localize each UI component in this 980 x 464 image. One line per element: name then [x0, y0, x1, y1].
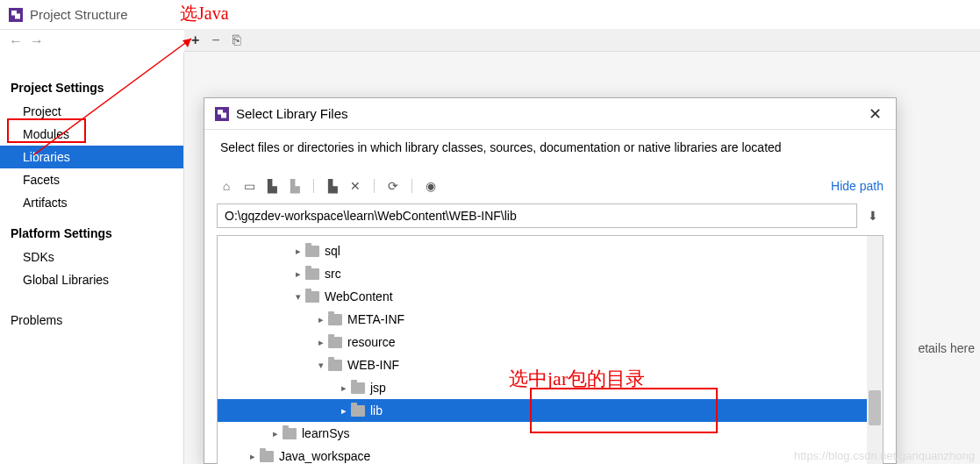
- hide-path-link[interactable]: Hide path: [831, 179, 883, 193]
- annotation-select-java: 选Java: [180, 2, 229, 25]
- folder-icon: [328, 314, 342, 325]
- tree-label: learnSys: [302, 426, 349, 440]
- chevron-icon[interactable]: ▾: [314, 360, 328, 371]
- file-tree: ▸sql▸src▾WebContent▸META-INF▸resource▾WE…: [217, 235, 883, 464]
- folder-icon: [283, 428, 297, 439]
- tree-row[interactable]: ▸learnSys: [218, 422, 883, 445]
- folder-icon: [351, 405, 365, 417]
- section-header-platform: Platform Settings: [0, 221, 183, 246]
- tree-row[interactable]: ▸src: [218, 262, 883, 285]
- scrollbar-thumb[interactable]: [869, 390, 881, 425]
- close-icon[interactable]: ✕: [865, 104, 885, 124]
- dialog-app-icon: [215, 107, 229, 121]
- tree-row[interactable]: ▸lib: [218, 399, 883, 422]
- window-title: Project Structure: [30, 7, 128, 22]
- back-arrow-icon[interactable]: ←: [9, 33, 23, 49]
- tree-label: lib: [370, 403, 383, 418]
- remove-button[interactable]: −: [211, 32, 219, 48]
- separator: [313, 179, 314, 193]
- tree-row[interactable]: ▸META-INF: [218, 308, 883, 331]
- folder-icon: [305, 268, 319, 280]
- sidebar-item-global-libraries[interactable]: Global Libraries: [0, 268, 183, 291]
- tree-label: WebContent: [325, 289, 393, 303]
- new-folder-icon[interactable]: ▙: [323, 176, 342, 196]
- dialog-toolbar: ⌂ ▭ ▙ ▙ ▙ ✕ ⟳ ◉ Hide path: [204, 172, 896, 200]
- chevron-icon[interactable]: ▸: [268, 428, 283, 439]
- tree-label: jsp: [370, 381, 386, 395]
- chevron-icon[interactable]: ▸: [337, 382, 351, 394]
- tree-label: resource: [347, 335, 395, 349]
- desktop-icon[interactable]: ▭: [240, 176, 259, 196]
- left-panel: Project Settings Project Modules Librari…: [0, 53, 184, 464]
- chevron-icon[interactable]: ▸: [314, 337, 328, 348]
- folder-icon: [260, 451, 274, 462]
- section-header-project: Project Settings: [0, 75, 183, 100]
- folder-icon: [305, 246, 319, 257]
- home-icon[interactable]: ⌂: [217, 176, 236, 196]
- chevron-icon[interactable]: ▸: [246, 451, 260, 462]
- app-icon: [9, 8, 23, 22]
- annotation-select-jar-dir: 选中jar包的目录: [509, 366, 645, 392]
- chevron-icon[interactable]: ▸: [291, 268, 305, 280]
- folder-icon: [328, 337, 342, 348]
- download-icon[interactable]: ⬇: [862, 203, 883, 228]
- path-input[interactable]: [217, 203, 857, 228]
- center-toolbar: + − ⎘: [184, 29, 980, 52]
- sidebar-item-problems[interactable]: Problems: [0, 309, 183, 332]
- folder-icon: [305, 291, 319, 303]
- sidebar-item-libraries[interactable]: Libraries: [0, 146, 183, 168]
- folder-tree-icon[interactable]: ▙: [262, 176, 282, 196]
- delete-icon[interactable]: ✕: [346, 176, 365, 196]
- sidebar-item-sdks[interactable]: SDKs: [0, 246, 183, 268]
- dialog-description: Select files or directories in which lib…: [204, 130, 896, 167]
- tree-row[interactable]: ▸resource: [218, 331, 883, 353]
- chevron-icon[interactable]: ▸: [314, 314, 328, 325]
- sidebar-item-modules[interactable]: Modules: [0, 123, 183, 146]
- sidebar-item-project[interactable]: Project: [0, 100, 183, 123]
- chevron-icon[interactable]: ▸: [337, 405, 351, 417]
- refresh-icon[interactable]: ⟳: [383, 176, 403, 196]
- folder-icon: [351, 382, 365, 394]
- select-library-dialog: Select Library Files ✕ Select files or d…: [204, 97, 897, 464]
- details-hint: etails here: [918, 341, 975, 355]
- chevron-icon[interactable]: ▾: [291, 291, 305, 303]
- forward-arrow-icon[interactable]: →: [30, 33, 44, 49]
- chevron-icon[interactable]: ▸: [291, 246, 305, 257]
- scrollbar[interactable]: [867, 236, 883, 464]
- tree-row[interactable]: ▸Java_workspace: [218, 445, 883, 464]
- folder-dim-icon[interactable]: ▙: [285, 176, 304, 196]
- show-hidden-icon[interactable]: ◉: [421, 176, 440, 196]
- tree-label: Java_workspace: [279, 449, 370, 463]
- sidebar-item-facets[interactable]: Facets: [0, 168, 183, 191]
- tree-label: src: [325, 267, 341, 281]
- tree-row[interactable]: ▾WebContent: [218, 285, 883, 308]
- tree-row[interactable]: ▸sql: [218, 239, 883, 262]
- dialog-title: Select Library Files: [236, 106, 865, 121]
- separator: [411, 179, 412, 193]
- sidebar-item-artifacts[interactable]: Artifacts: [0, 191, 183, 214]
- tree-label: WEB-INF: [347, 358, 399, 372]
- tree-label: META-INF: [347, 312, 404, 326]
- copy-button[interactable]: ⎘: [232, 32, 241, 48]
- tree-label: sql: [325, 244, 340, 258]
- separator: [374, 179, 375, 193]
- add-button[interactable]: +: [191, 32, 199, 48]
- watermark: https://blog.csdn.net/ganquanzhong: [794, 449, 975, 462]
- title-bar: Project Structure: [0, 0, 980, 30]
- folder-icon: [328, 360, 342, 371]
